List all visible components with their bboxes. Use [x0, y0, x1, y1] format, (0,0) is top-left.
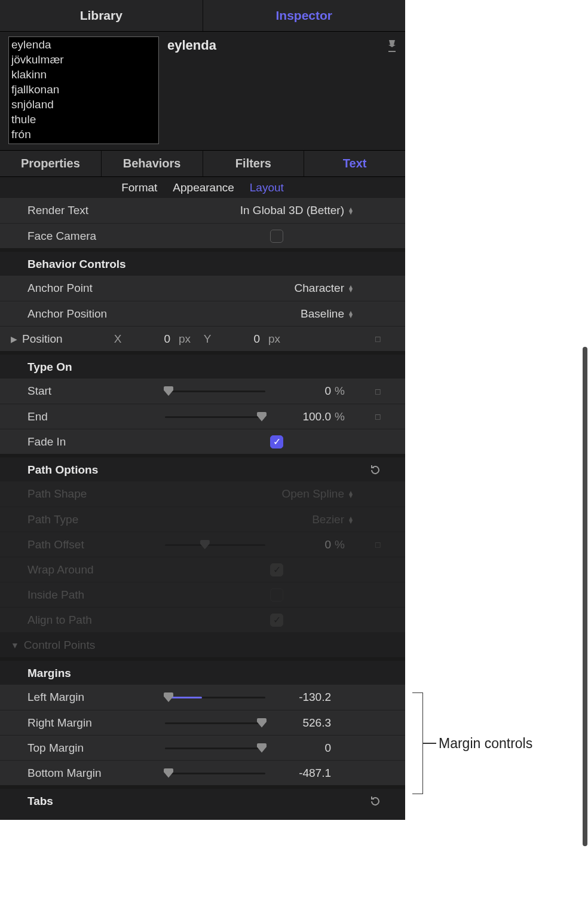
checkbox-fade-in[interactable]: ✓: [270, 435, 283, 448]
keyframe-icon: ◇: [372, 538, 385, 551]
row-left-margin: Left Margin -130.2: [0, 685, 405, 710]
value-end[interactable]: 100.0: [265, 410, 331, 423]
scroll-thumb[interactable]: [583, 347, 587, 846]
value-render-text: In Global 3D (Better): [240, 204, 344, 217]
checkbox-align-to-path: ✓: [270, 614, 283, 627]
value-y[interactable]: 0: [218, 332, 260, 346]
row-align-to-path: Align to Path ✓: [0, 607, 405, 632]
keyframe-icon[interactable]: ◇: [372, 410, 385, 423]
unit-x: px: [175, 332, 197, 346]
slider-top-margin[interactable]: [165, 742, 265, 754]
value-anchor-point: Character: [295, 282, 344, 295]
stepper-icon: ▴▾: [349, 207, 353, 214]
row-control-points: ▼ Control Points: [0, 632, 405, 657]
tab-library[interactable]: Library: [0, 0, 203, 31]
stepper-icon: ▴▾: [349, 285, 353, 292]
tab-appearance[interactable]: Appearance: [173, 181, 234, 194]
tab-filters[interactable]: Filters: [203, 150, 304, 177]
disclosure-position[interactable]: ▶: [11, 334, 17, 344]
tab-layout[interactable]: Layout: [250, 181, 284, 194]
row-fade-in: Fade In ✓: [0, 429, 405, 454]
label-top-margin: Top Margin: [27, 742, 129, 755]
label-path-offset: Path Offset: [27, 538, 129, 551]
svg-rect-0: [388, 51, 396, 52]
slider-path-offset: [165, 539, 265, 551]
reset-path-options-icon[interactable]: [369, 464, 381, 476]
slider-right-margin[interactable]: [165, 717, 265, 729]
header-area: eylendajövkulmærklakinnfjallkonansnjólan…: [0, 32, 405, 144]
label-path-shape: Path Shape: [27, 487, 129, 501]
unit-start: %: [331, 385, 353, 398]
tab-behaviors[interactable]: Behaviors: [101, 150, 203, 177]
inspector-panel: Library Inspector eylendajövkulmærklakin…: [0, 0, 405, 820]
row-top-margin: Top Margin 0: [0, 735, 405, 760]
tab-format[interactable]: Format: [121, 181, 157, 194]
stepper-icon: ▴▾: [349, 490, 353, 498]
slider-left-margin[interactable]: [165, 691, 265, 703]
row-type-on-start: Start 0 % ◇: [0, 379, 405, 404]
label-bottom-margin: Bottom Margin: [27, 767, 129, 780]
section-path-options: Path Options: [0, 457, 405, 481]
dropdown-render-text[interactable]: In Global 3D (Better) ▴▾: [240, 204, 353, 217]
checkbox-face-camera[interactable]: [270, 230, 283, 243]
value-right-margin[interactable]: 526.3: [265, 716, 331, 730]
value-bottom-margin[interactable]: -487.1: [265, 767, 331, 780]
value-path-offset: 0: [265, 538, 331, 551]
reset-tabs-icon[interactable]: [369, 795, 381, 807]
label-right-margin: Right Margin: [27, 716, 129, 730]
slider-start[interactable]: [165, 385, 265, 397]
tab-inspector[interactable]: Inspector: [203, 0, 406, 31]
value-x[interactable]: 0: [128, 332, 170, 346]
dropdown-anchor-point[interactable]: Character ▴▾: [295, 282, 353, 295]
label-inside-path: Inside Path: [27, 588, 129, 602]
section-margins: Margins: [0, 661, 405, 685]
annotation-margin-controls: Margin controls: [412, 692, 532, 794]
section-tabs: Tabs: [0, 789, 405, 813]
stepper-icon: ▴▾: [349, 310, 353, 318]
annotation-text: Margin controls: [436, 736, 532, 752]
label-align-to-path: Align to Path: [27, 614, 129, 627]
label-control-points: Control Points: [24, 639, 95, 652]
label-position: Position: [22, 332, 112, 346]
heading-path-options: Path Options: [27, 463, 98, 477]
label-left-margin: Left Margin: [27, 691, 129, 704]
row-path-type: Path Type Bezier ▴▾: [0, 507, 405, 532]
keyframe-icon[interactable]: ◇: [372, 332, 385, 346]
value-path-type: Bezier: [312, 513, 344, 526]
unit-y: px: [265, 332, 286, 346]
disclosure-control-points: ▼: [11, 640, 19, 650]
tab-properties[interactable]: Properties: [0, 150, 101, 177]
label-fade-in: Fade In: [27, 435, 129, 448]
row-face-camera: Face Camera: [0, 223, 405, 248]
value-top-margin[interactable]: 0: [265, 742, 331, 755]
checkbox-inside-path: [270, 588, 283, 602]
value-path-shape: Open Spline: [281, 487, 344, 501]
label-x: X: [112, 332, 124, 346]
pin-icon[interactable]: [386, 39, 398, 53]
label-render-text: Render Text: [27, 204, 129, 217]
main-tabs: Library Inspector: [0, 0, 405, 32]
row-type-on-end: End 100.0 % ◇: [0, 404, 405, 429]
row-anchor-position: Anchor Position Baseline ▴▾: [0, 301, 405, 326]
object-name: eylenda: [167, 36, 378, 53]
unit-path-offset: %: [331, 538, 353, 551]
value-start[interactable]: 0: [265, 385, 331, 398]
unit-end: %: [331, 410, 353, 423]
label-path-type: Path Type: [27, 513, 129, 526]
sub-tabs: Properties Behaviors Filters Text: [0, 150, 405, 177]
keyframe-icon[interactable]: ◇: [372, 385, 385, 398]
tab-text[interactable]: Text: [304, 150, 405, 177]
label-wrap-around: Wrap Around: [27, 563, 129, 576]
dropdown-path-type: Bezier ▴▾: [312, 513, 353, 526]
value-left-margin[interactable]: -130.2: [265, 691, 331, 704]
row-right-margin: Right Margin 526.3: [0, 710, 405, 735]
label-anchor-position: Anchor Position: [27, 307, 129, 321]
scrollbar[interactable]: [582, 347, 588, 890]
row-position: ▶ Position X 0 px Y 0 px ◇: [0, 326, 405, 351]
slider-bottom-margin[interactable]: [165, 767, 265, 779]
label-end: End: [27, 410, 129, 423]
dropdown-anchor-position[interactable]: Baseline ▴▾: [301, 307, 353, 321]
label-y: Y: [201, 332, 213, 346]
label-anchor-point: Anchor Point: [27, 282, 129, 295]
slider-end[interactable]: [165, 411, 265, 423]
